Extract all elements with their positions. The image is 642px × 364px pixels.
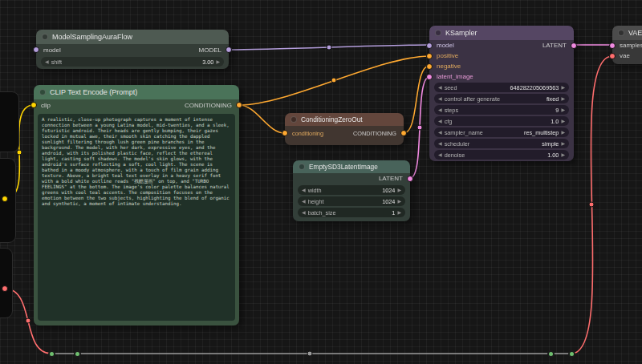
decrement-arrow[interactable]: ◀	[438, 141, 442, 146]
port-label: vae	[620, 52, 630, 59]
scheduler-widget[interactable]: ◀ scheduler simple ▶	[434, 139, 569, 148]
conditioning-input-port[interactable]	[282, 130, 288, 136]
latent-output-port[interactable]	[571, 42, 577, 49]
reroute-node[interactable]	[74, 350, 81, 358]
collapse-toggle-icon[interactable]	[618, 30, 624, 36]
increment-arrow[interactable]: ▶	[561, 119, 565, 123]
latent-link-midpoint-dot	[417, 125, 422, 130]
node-title: ModelSamplingAuraFlow	[52, 33, 132, 41]
widget-value: 1024	[382, 187, 395, 194]
increment-arrow[interactable]: ▶	[397, 210, 401, 215]
decrement-arrow[interactable]: ◀	[438, 119, 442, 123]
decrement-arrow[interactable]: ◀	[45, 59, 49, 64]
collapse-toggle-icon[interactable]	[435, 30, 441, 36]
collapse-toggle-icon[interactable]	[42, 34, 48, 40]
node-vae-decode[interactable]: VAE samples vae	[612, 26, 642, 64]
decrement-arrow[interactable]: ◀	[438, 85, 442, 90]
latent-image-input-port[interactable]	[426, 74, 433, 80]
port-label: model	[437, 42, 454, 49]
widget-label: scheduler	[445, 140, 470, 148]
node-model-sampling-auraflow[interactable]: ModelSamplingAuraFlow model MODEL ◀ shif…	[36, 30, 229, 69]
increment-arrow[interactable]: ▶	[561, 130, 565, 135]
node-header[interactable]: EmptySD3LatentImage	[293, 160, 410, 173]
collapse-toggle-icon[interactable]	[299, 164, 305, 170]
increment-arrow[interactable]: ▶	[397, 199, 401, 204]
seed-widget[interactable]: ◀ seed 648282205069563 ▶	[434, 83, 569, 92]
increment-arrow[interactable]: ▶	[561, 152, 565, 157]
port-label: model	[43, 47, 61, 54]
model-input-port[interactable]	[33, 47, 39, 53]
height-widget[interactable]: ◀ height 1024 ▶	[298, 196, 405, 206]
latent-output-port[interactable]	[407, 176, 413, 182]
conditioning-output-port[interactable]	[236, 102, 242, 108]
decrement-arrow[interactable]: ◀	[302, 210, 306, 215]
node-header[interactable]: ModelSamplingAuraFlow	[36, 30, 229, 44]
reroute-node[interactable]	[568, 350, 575, 358]
conditioning-output-port[interactable]	[400, 130, 407, 136]
increment-arrow[interactable]: ▶	[561, 141, 565, 146]
steps-widget[interactable]: ◀ steps 9 ▶	[434, 105, 569, 115]
widget-label: sampler_name	[445, 129, 483, 136]
conditioning-link-midpoint-dot	[331, 78, 336, 83]
control-after-generate-widget[interactable]: ◀ control after generate fixed ▶	[434, 94, 569, 103]
node-clip-text-encode[interactable]: CLIP Text Encode (Prompt) clip CONDITION…	[34, 85, 239, 326]
samples-input-port[interactable]	[609, 42, 616, 49]
reroute-node[interactable]	[547, 350, 555, 358]
node-conditioning-zero-out[interactable]: ConditioningZeroOut conditioning CONDITI…	[285, 113, 404, 145]
node-ksampler[interactable]: KSampler model LATENT positive negative …	[429, 26, 574, 161]
collapse-toggle-icon[interactable]	[291, 116, 297, 123]
cfg-widget[interactable]: ◀ cfg 1.0 ▶	[434, 116, 569, 126]
model-output-port[interactable]	[226, 47, 232, 53]
vae-link-midpoint-dot	[589, 202, 594, 207]
reroute-node[interactable]	[48, 350, 55, 358]
increment-arrow[interactable]: ▶	[561, 107, 565, 112]
increment-arrow[interactable]: ▶	[216, 59, 220, 64]
clip-input-port[interactable]	[30, 102, 37, 108]
widget-label: shift	[51, 59, 62, 66]
increment-arrow[interactable]: ▶	[397, 188, 401, 192]
node-header[interactable]: KSampler	[429, 26, 574, 40]
widget-value: 9	[555, 107, 559, 114]
node-header[interactable]: CLIP Text Encode (Prompt)	[34, 85, 239, 99]
batch-size-widget[interactable]: ◀ batch_size 1 ▶	[298, 208, 405, 217]
widget-value: 3.00	[202, 59, 213, 66]
increment-arrow[interactable]: ▶	[561, 96, 565, 101]
node-header[interactable]: ConditioningZeroOut	[285, 113, 404, 126]
widget-label: cfg	[445, 118, 453, 125]
collapse-toggle-icon[interactable]	[39, 89, 46, 95]
denoise-widget[interactable]: ◀ denoise 1.00 ▶	[434, 150, 569, 160]
port-label: CONDITIONING	[353, 130, 396, 137]
port-label: LATENT	[542, 42, 567, 49]
decrement-arrow[interactable]: ◀	[302, 188, 306, 192]
model-input-port[interactable]	[426, 42, 433, 49]
decrement-arrow[interactable]: ◀	[438, 152, 442, 157]
shift-widget[interactable]: ◀ shift 3.00 ▶	[41, 57, 224, 67]
offscreen-node[interactable]	[0, 248, 13, 318]
offscreen-node[interactable]	[0, 91, 19, 152]
bottom-link-midpoint-dot	[307, 351, 312, 356]
widget-value: 1.0	[551, 118, 559, 125]
node-empty-sd3-latent-image[interactable]: EmptySD3LatentImage LATENT ◀ width 1024 …	[293, 160, 410, 221]
port-label: CONDITIONING	[185, 102, 232, 109]
vae-output-port[interactable]	[2, 285, 8, 292]
node-title: CLIP Text Encode (Prompt)	[50, 88, 137, 96]
sampler-name-widget[interactable]: ◀ sampler_name res_multistep ▶	[434, 127, 569, 137]
node-header[interactable]: VAE	[612, 26, 642, 40]
decrement-arrow[interactable]: ◀	[302, 199, 306, 204]
negative-input-port[interactable]	[426, 63, 433, 70]
positive-input-port[interactable]	[426, 53, 433, 59]
prompt-textarea[interactable]: A realistic, close-up photograph capture…	[38, 114, 235, 321]
vae-input-port[interactable]	[609, 53, 616, 59]
decrement-arrow[interactable]: ◀	[438, 96, 442, 101]
node-graph-canvas[interactable]: ModelSamplingAuraFlow model MODEL ◀ shif…	[0, 0, 642, 364]
clip-output-port[interactable]	[2, 196, 8, 202]
widget-label: seed	[445, 84, 457, 91]
decrement-arrow[interactable]: ◀	[438, 107, 442, 112]
increment-arrow[interactable]: ▶	[561, 85, 565, 90]
width-widget[interactable]: ◀ width 1024 ▶	[298, 185, 405, 195]
widget-value: fixed	[547, 95, 559, 103]
node-title: ConditioningZeroOut	[301, 115, 363, 123]
port-label: negative	[437, 63, 461, 70]
widget-label: batch_size	[308, 209, 336, 216]
decrement-arrow[interactable]: ◀	[438, 130, 442, 135]
